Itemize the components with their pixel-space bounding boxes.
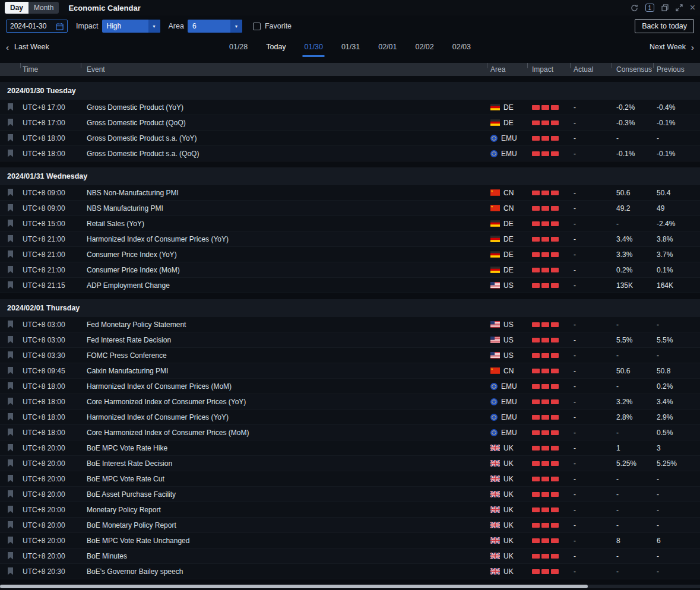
event-row[interactable]: UTC+8 20:00BoE MinutesUK--- [0, 548, 700, 564]
event-name: Gross Domestic Product s.a. (QoQ) [81, 150, 487, 158]
last-week-button[interactable]: ‹ Last Week [6, 43, 49, 52]
next-week-button[interactable]: Next Week › [650, 43, 694, 52]
event-row[interactable]: UTC+8 18:00Gross Domestic Product s.a. (… [0, 146, 700, 161]
week-day-02-03[interactable]: 02/03 [451, 37, 473, 57]
event-row[interactable]: UTC+8 20:30BoE's Governor Bailey speechU… [0, 564, 700, 579]
bookmark-icon[interactable] [7, 220, 14, 227]
bookmark-icon[interactable] [7, 266, 14, 274]
impact-select[interactable]: High ▼ [102, 20, 160, 33]
bookmark-icon[interactable] [7, 351, 14, 359]
event-row[interactable]: UTC+8 21:00Harmonized Index of Consumer … [0, 231, 700, 247]
week-day-01-28[interactable]: 01/28 [227, 37, 249, 57]
event-row[interactable]: UTC+8 09:00NBS Manufacturing PMICN-49.24… [0, 201, 700, 216]
bookmark-icon[interactable] [7, 204, 14, 212]
bookmark-icon[interactable] [7, 444, 14, 452]
hscroll-thumb[interactable] [0, 585, 588, 588]
bookmark-icon[interactable] [7, 382, 14, 390]
bookmark-icon[interactable] [7, 567, 14, 575]
expand-icon[interactable] [676, 4, 683, 11]
impact-cell [527, 398, 570, 406]
week-day-01-31[interactable]: 01/31 [340, 37, 362, 57]
chevron-down-icon: ▼ [230, 20, 242, 33]
bookmark-icon[interactable] [7, 119, 14, 126]
event-row[interactable]: UTC+8 03:00Fed Monetary Policy Statement… [0, 317, 700, 332]
flag-emu-icon [490, 429, 498, 436]
checkbox-box[interactable] [253, 23, 261, 30]
event-row[interactable]: UTC+8 21:00Consumer Price Index (YoY)DE-… [0, 247, 700, 262]
actual-value: - [570, 367, 612, 375]
bookmark-icon[interactable] [7, 103, 14, 111]
event-row[interactable]: UTC+8 03:30FOMC Press ConferenceUS--- [0, 348, 700, 363]
event-row[interactable]: UTC+8 18:00Gross Domestic Product s.a. (… [0, 131, 700, 146]
bookmark-icon[interactable] [7, 490, 14, 498]
event-row[interactable]: UTC+8 20:00BoE Monetary Policy ReportUK-… [0, 518, 700, 533]
week-day-02-01[interactable]: 02/01 [376, 37, 398, 57]
flag-de-icon [490, 236, 500, 242]
event-time: UTC+8 21:00 [20, 235, 81, 243]
event-row[interactable]: UTC+8 18:00Core Harmonized Index of Cons… [0, 425, 700, 440]
week-day-01-30[interactable]: 01/30 [303, 37, 325, 57]
bookmark-cell [0, 235, 20, 243]
bookmark-icon[interactable] [7, 413, 14, 421]
bookmark-icon[interactable] [7, 281, 14, 289]
event-row[interactable]: UTC+8 15:00Retail Sales (YoY)DE---2.4% [0, 216, 700, 231]
event-name: FOMC Press Conference [81, 351, 487, 360]
week-day-02-02[interactable]: 02/02 [413, 37, 435, 57]
previous-value: 3.7% [653, 250, 700, 259]
bookmark-icon[interactable] [7, 459, 14, 467]
impact-high-bars [532, 120, 559, 125]
horizontal-scrollbar[interactable] [0, 585, 700, 588]
bookmark-icon[interactable] [7, 321, 14, 328]
bookmark-icon[interactable] [7, 552, 14, 560]
event-row[interactable]: UTC+8 17:00Gross Domestic Product (QoQ)D… [0, 115, 700, 131]
bookmark-icon[interactable] [7, 506, 14, 513]
bookmark-icon[interactable] [7, 398, 14, 405]
event-row[interactable]: UTC+8 18:00Harmonized Index of Consumer … [0, 379, 700, 394]
bookmark-icon[interactable] [7, 367, 14, 375]
event-row[interactable]: UTC+8 21:15ADP Employment ChangeUS-135K1… [0, 278, 700, 293]
event-row[interactable]: UTC+8 09:45Caixin Manufacturing PMICN-50… [0, 363, 700, 379]
panel-count-icon[interactable]: 1 [645, 4, 654, 12]
actual-value: - [570, 521, 612, 529]
event-row[interactable]: UTC+8 17:00Gross Domestic Product (YoY)D… [0, 100, 700, 115]
flag-de-icon [490, 220, 500, 227]
impact-high-bars [532, 338, 559, 342]
event-row[interactable]: UTC+8 09:00NBS Non-Manufacturing PMICN-5… [0, 185, 700, 201]
bookmark-icon[interactable] [7, 150, 14, 157]
bookmark-icon[interactable] [7, 429, 14, 436]
back-to-today-button[interactable]: Back to today [635, 19, 694, 33]
chevron-right-icon: › [691, 43, 694, 52]
event-row[interactable]: UTC+8 18:00Core Harmonized Index of Cons… [0, 394, 700, 410]
consensus-value: 50.6 [612, 367, 653, 375]
tab-day[interactable]: Day [5, 2, 28, 14]
close-icon[interactable]: × [690, 3, 695, 12]
bookmark-icon[interactable] [7, 475, 14, 483]
event-row[interactable]: UTC+8 20:00BoE MPC Vote Rate UnchangedUK… [0, 533, 700, 548]
bookmark-icon[interactable] [7, 235, 14, 243]
tab-month[interactable]: Month [28, 2, 59, 14]
event-row[interactable]: UTC+8 03:00Fed Interest Rate DecisionUS-… [0, 332, 700, 348]
bookmark-cell [0, 250, 20, 258]
favorite-checkbox[interactable]: Favorite [253, 22, 292, 30]
area-cell: EMU [487, 150, 527, 158]
impact-high-bars [532, 151, 559, 156]
bookmark-icon[interactable] [7, 336, 14, 344]
event-row[interactable]: UTC+8 20:00Monetary Policy ReportUK--- [0, 502, 700, 518]
bookmark-icon[interactable] [7, 134, 14, 142]
bookmark-icon[interactable] [7, 189, 14, 196]
bookmark-icon[interactable] [7, 521, 14, 529]
bookmark-icon[interactable] [7, 537, 14, 544]
event-row[interactable]: UTC+8 20:00BoE Interest Rate DecisionUK-… [0, 456, 700, 471]
restore-window-icon[interactable] [661, 4, 669, 11]
event-row[interactable]: UTC+8 20:00BoE MPC Vote Rate CutUK--- [0, 471, 700, 487]
refresh-icon[interactable] [631, 4, 638, 12]
date-picker[interactable]: 2024-01-30 [6, 20, 68, 33]
event-row[interactable]: UTC+8 20:00BoE Asset Purchase FacilityUK… [0, 487, 700, 502]
area-select[interactable]: 6 ▼ [188, 20, 242, 33]
bookmark-cell [0, 281, 20, 289]
bookmark-icon[interactable] [7, 250, 14, 258]
event-row[interactable]: UTC+8 20:00BoE MPC Vote Rate HikeUK-13 [0, 440, 700, 456]
event-row[interactable]: UTC+8 18:00Harmonized Index of Consumer … [0, 410, 700, 425]
week-day-today[interactable]: Today [264, 37, 287, 57]
event-row[interactable]: UTC+8 21:00Consumer Price Index (MoM)DE-… [0, 262, 700, 278]
